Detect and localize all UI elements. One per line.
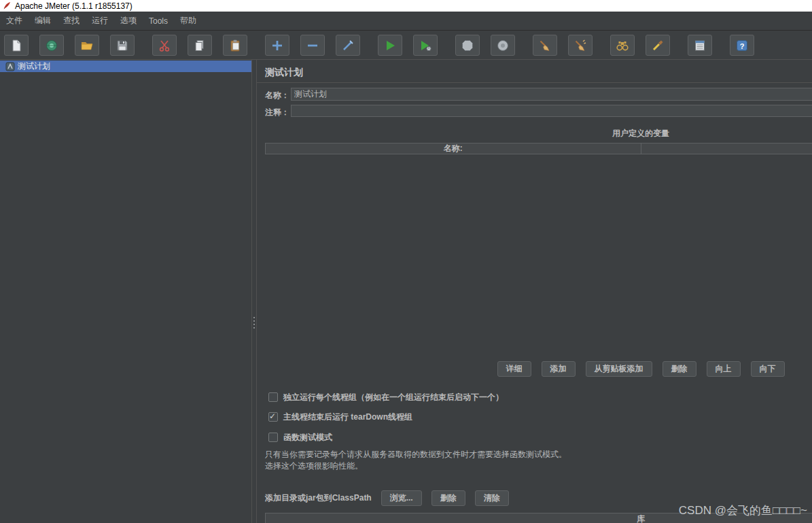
start-play-icon (383, 39, 397, 52)
splitter-grip-icon (253, 317, 255, 331)
new-file-button[interactable] (4, 35, 29, 56)
jmeter-window: Apache JMeter (5.1.1 r1855137) 文件 编辑 查找 … (0, 0, 812, 523)
menu-run[interactable]: 运行 (86, 12, 114, 30)
library-column-label: 库 (637, 514, 645, 523)
new-file-icon (10, 39, 23, 52)
variables-table-body[interactable] (265, 154, 812, 360)
save-floppy-icon (116, 39, 129, 52)
delete-button[interactable]: 删除 (663, 361, 696, 377)
search-reset-brush-icon (651, 39, 665, 52)
classpath-row: 添加目录或jar包到ClassPath 浏览... 删除 清除 (265, 490, 509, 506)
user-defined-variables-title: 用户定义的变量 (265, 128, 812, 139)
open-button[interactable] (75, 35, 99, 56)
stop-octagon-icon (461, 39, 474, 52)
toolbar-group-run (378, 35, 438, 56)
toggle-element-button[interactable] (336, 35, 360, 56)
toolbar-group-clipboard (152, 35, 247, 56)
menu-edit[interactable]: 编辑 (29, 12, 57, 30)
stop-button[interactable] (455, 35, 480, 56)
comments-row: 注释： (257, 105, 812, 117)
copy-icon (193, 39, 207, 52)
menu-file[interactable]: 文件 (0, 12, 29, 30)
option-run-teardown: 主线程结束后运行 tearDown线程组 (268, 411, 412, 422)
help-button[interactable]: ? (730, 35, 754, 56)
cut-scissors-icon (158, 39, 171, 52)
paste-button[interactable] (223, 35, 247, 56)
cut-button[interactable] (152, 35, 177, 56)
name-input[interactable] (291, 88, 812, 101)
test-plan-panel: 测试计划 名称： 注释： 用户定义的变量 名称: 详细 (257, 60, 812, 523)
variables-table-buttons: 详细 添加 从剪贴板添加 删除 向上 向下 (265, 361, 812, 377)
classpath-label: 添加目录或jar包到ClassPath (265, 492, 372, 504)
clear-button[interactable] (533, 35, 557, 56)
run-teardown-checkbox[interactable] (268, 412, 278, 422)
toggle-pencil-icon (341, 39, 355, 52)
start-button[interactable] (378, 35, 402, 56)
menu-help[interactable]: 帮助 (174, 12, 202, 30)
titlebar: Apache JMeter (5.1.1 r1855137) (0, 0, 812, 12)
shutdown-icon (496, 39, 510, 52)
clear-all-broom-icon (573, 39, 587, 52)
main-body: 测试计划 测试计划 名称： 注释： 用户定义的变量 (0, 60, 812, 523)
svg-text:?: ? (740, 41, 745, 50)
down-button[interactable]: 向下 (751, 361, 785, 377)
panel-splitter[interactable] (251, 60, 257, 523)
clear-all-button[interactable] (568, 35, 593, 56)
classpath-clear-button[interactable]: 清除 (475, 490, 509, 506)
menubar: 文件 编辑 查找 运行 选项 Tools 帮助 (0, 12, 812, 31)
toolbar-group-function (688, 35, 712, 56)
toolbar-group-search (610, 35, 670, 56)
option-functional-test-mode: 函数测试模式 (268, 432, 332, 443)
save-button[interactable] (110, 35, 135, 56)
paste-clipboard-icon (228, 39, 242, 52)
comments-label: 注释： (265, 107, 289, 118)
remove-element-button[interactable] (300, 35, 325, 56)
test-plan-icon (5, 62, 15, 71)
page-title: 测试计划 (265, 67, 303, 79)
tree-item-label: 测试计划 (18, 61, 50, 72)
search-reset-button[interactable] (646, 35, 670, 56)
add-element-button[interactable] (265, 35, 289, 56)
column-header-name[interactable]: 名称: (266, 144, 641, 154)
test-plan-tree: 测试计划 (0, 60, 251, 523)
variables-table-header: 名称: (265, 143, 812, 154)
function-helper-icon (693, 39, 707, 52)
menu-tools[interactable]: Tools (143, 12, 174, 30)
search-button[interactable] (610, 35, 635, 56)
functional-mode-checkbox[interactable] (268, 433, 278, 442)
menu-search[interactable]: 查找 (57, 12, 86, 30)
minus-icon (306, 39, 319, 52)
menu-options[interactable]: 选项 (114, 12, 143, 30)
tree-item-test-plan[interactable]: 测试计划 (0, 61, 251, 72)
toolbar: ? (0, 31, 812, 60)
name-label: 名称： (265, 90, 289, 101)
toolbar-group-edit (265, 35, 360, 56)
add-button[interactable]: 添加 (542, 361, 576, 377)
jmeter-feather-icon (3, 1, 12, 10)
toolbar-group-stop (455, 35, 515, 56)
templates-button[interactable] (39, 35, 64, 56)
classpath-delete-button[interactable]: 删除 (431, 490, 465, 506)
csdn-watermark: CSDN @会飞的鱼□□□□~ (679, 503, 807, 518)
toolbar-group-help: ? (730, 35, 754, 56)
toolbar-group-file (4, 35, 135, 56)
search-binoculars-icon (616, 39, 629, 52)
help-icon: ? (735, 39, 749, 52)
copy-button[interactable] (188, 35, 212, 56)
run-serially-checkbox[interactable] (268, 392, 278, 402)
functional-mode-note-line2: 选择这个选项很影响性能。 (265, 460, 363, 472)
clear-broom-icon (538, 39, 552, 52)
detail-button[interactable]: 详细 (497, 361, 531, 377)
up-button[interactable]: 向上 (707, 361, 741, 377)
start-no-timers-button[interactable] (413, 35, 438, 56)
toolbar-group-clear (533, 35, 593, 56)
option-run-thread-groups-serially: 独立运行每个线程组（例如在一个组运行结束后启动下一个） (268, 392, 504, 403)
add-from-clipboard-button[interactable]: 从剪贴板添加 (586, 361, 652, 377)
column-header-value[interactable] (641, 144, 812, 154)
plus-icon (270, 39, 284, 52)
function-helper-button[interactable] (688, 35, 712, 56)
browse-button[interactable]: 浏览... (381, 490, 422, 506)
start-no-timers-icon (419, 39, 432, 52)
comments-input[interactable] (291, 105, 812, 117)
shutdown-button[interactable] (491, 35, 515, 56)
